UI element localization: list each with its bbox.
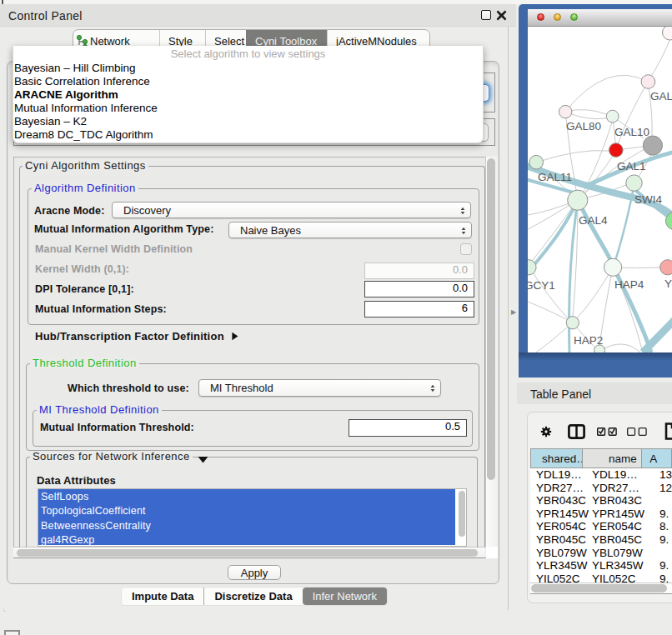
svg-text:GAL1: GAL1: [617, 160, 646, 172]
svg-text:GAL10: GAL10: [614, 126, 649, 138]
svg-text:HAP2: HAP2: [574, 334, 603, 347]
svg-text:GCY1: GCY1: [528, 279, 555, 292]
svg-text:SWI4: SWI4: [634, 193, 662, 206]
svg-text:GAL11: GAL11: [538, 171, 572, 183]
svg-text:YJ: YJ: [664, 278, 672, 290]
svg-text:GAL80: GAL80: [566, 120, 601, 132]
svg-text:HAP4: HAP4: [614, 278, 644, 291]
svg-text:GAL2: GAL2: [650, 90, 672, 102]
svg-text:GAL4: GAL4: [579, 214, 608, 227]
